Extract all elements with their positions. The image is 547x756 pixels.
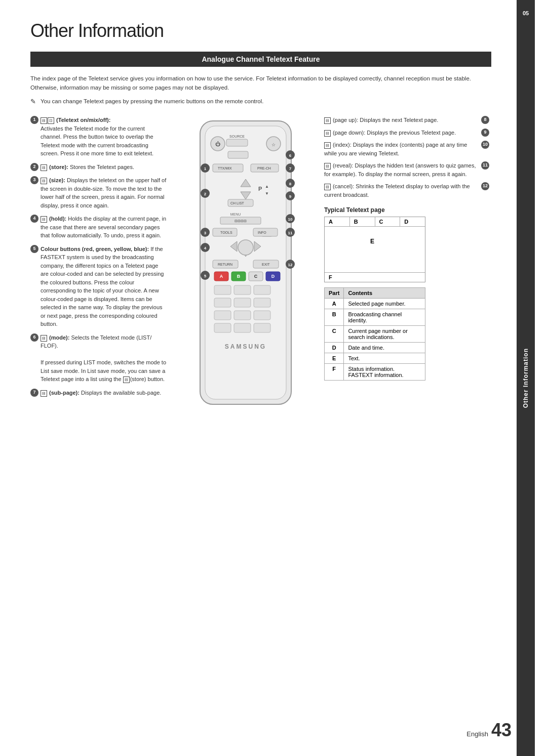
svg-text:9: 9 [289, 194, 292, 199]
svg-text:▲: ▲ [265, 184, 269, 189]
svg-text:6: 6 [289, 153, 292, 158]
teletext-section: Typical Teletext page A B C D E [324, 206, 491, 381]
item-3-text: ⊟ (size): Displays the teletext on the u… [41, 176, 167, 209]
svg-text:B: B [237, 274, 241, 279]
store-icon: ⊟ [41, 164, 47, 171]
svg-text:SOURCE: SOURCE [229, 135, 245, 138]
table-row: A Selected page number. [325, 299, 425, 309]
parts-table: Part Contents A Selected page number. B [324, 287, 425, 381]
item-number-1: 1 [30, 116, 38, 124]
table-row: D Date and time. [325, 343, 425, 353]
svg-text:PRE-CH: PRE-CH [257, 166, 271, 170]
svg-text:4: 4 [204, 246, 207, 250]
right-item-9: ⊟ (page down): Displays the previous Tel… [324, 129, 491, 137]
item-number-3: 3 [30, 176, 38, 184]
svg-text:2: 2 [204, 192, 207, 196]
part-f: F [325, 364, 344, 381]
svg-text:SAMSUNG: SAMSUNG [225, 343, 266, 350]
pageup-icon: ⊟ [324, 117, 331, 124]
item-12-text: ⊟ (cancel): Shrinks the Teletext display… [324, 182, 481, 199]
table-row: C Current page number or search indicati… [325, 326, 425, 343]
svg-text:RETURN: RETURN [218, 263, 232, 266]
section-header: Analogue Channel Teletext Feature [30, 52, 491, 67]
cancel-icon: ⊟ [324, 184, 331, 190]
side-tab: 05 Other Information [517, 0, 535, 756]
svg-rect-74 [214, 311, 231, 320]
item-number-6: 6 [30, 333, 38, 342]
svg-text:TOOLS: TOOLS [220, 231, 232, 234]
svg-text:A: A [220, 274, 223, 279]
contents-f: Status information. FASTEXT information. [344, 364, 425, 381]
svg-text:P: P [258, 186, 262, 192]
contents-b: Broadcasting channel identity. [344, 309, 425, 326]
svg-rect-79 [254, 323, 270, 332]
right-item-10: ⊟ (index): Displays the index (contents)… [324, 141, 491, 157]
left-column: 1 ⊟⊡ (Teletext on/mix/off): Activates th… [30, 116, 167, 411]
right-list: ⊟ (page up): Displays the next Teletext … [324, 116, 491, 199]
note-text: You can change Teletext pages by pressin… [30, 97, 491, 106]
item-5-text: Colour buttons (red, green, yellow, blue… [41, 245, 167, 328]
part-c: C [325, 326, 344, 343]
reveal-icon: ⊟ [324, 163, 331, 170]
part-b: B [325, 309, 344, 326]
item-1-text: ⊟⊡ (Teletext on/mix/off): Activates the … [41, 116, 167, 158]
tt-col-a: A [325, 217, 350, 226]
item-11-text: ⊟ (reveal): Displays the hidden text (an… [324, 161, 481, 178]
main-content: Other Information Analogue Channel Telet… [0, 0, 517, 756]
list-item: 4 ⊟ (hold): Holds the display at the cur… [30, 215, 167, 240]
remote-svg: ⏻ SOURCE ☆ 6 TTX/MIX [190, 116, 301, 409]
svg-text:INFO: INFO [258, 231, 266, 234]
svg-text:⊟⊟⊟⊟: ⊟⊟⊟⊟ [235, 219, 247, 223]
item-number-11: 11 [481, 161, 489, 170]
svg-text:5: 5 [204, 274, 207, 278]
svg-point-49 [238, 240, 253, 255]
mode-icon: ⊟ [41, 335, 47, 342]
svg-text:▼: ▼ [265, 191, 269, 196]
part-e: E [325, 353, 344, 364]
tt-label-f: F [325, 272, 425, 282]
item-number-4: 4 [30, 215, 38, 223]
list-item: 7 ⊟ (sub-page): Displays the available s… [30, 389, 167, 397]
item-10-text: ⊟ (index): Displays the index (contents)… [324, 141, 481, 157]
svg-rect-68 [214, 285, 231, 295]
svg-rect-5 [226, 139, 248, 146]
svg-rect-8 [228, 151, 248, 158]
svg-rect-78 [234, 323, 251, 332]
item-9-text: ⊟ (page down): Displays the previous Tel… [324, 129, 481, 137]
item-number-7: 7 [30, 389, 38, 397]
table-row: B Broadcasting channel identity. [325, 309, 425, 326]
svg-text:1: 1 [204, 166, 207, 171]
list-item: 2 ⊟ (store): Stores the Teletext pages. [30, 163, 167, 172]
svg-text:12: 12 [288, 263, 293, 267]
item-4-text: ⊟ (hold): Holds the display at the curre… [41, 215, 167, 240]
item-number-12: 12 [481, 182, 489, 190]
side-tab-label: Other Information [522, 348, 529, 408]
item-7-text: ⊟ (sub-page): Displays the available sub… [41, 389, 167, 397]
contents-c: Current page number or search indication… [344, 326, 425, 343]
svg-rect-70 [254, 285, 270, 295]
index-icon: ⊟ [324, 142, 331, 149]
svg-text:8: 8 [289, 182, 292, 186]
teletext-icon: ⊟ [41, 117, 47, 124]
list-item: 6 ⊟ (mode): Selects the Teletext mode (L… [30, 333, 167, 384]
footer-language: English [466, 730, 488, 738]
content-columns: 1 ⊟⊡ (Teletext on/mix/off): Activates th… [30, 116, 491, 411]
item-8-text: ⊟ (page up): Displays the next Teletext … [324, 116, 481, 124]
item-number-8: 8 [481, 116, 489, 124]
svg-text:C: C [254, 274, 258, 279]
size-icon: ⊟ [41, 178, 47, 184]
contents-e: Text. [344, 353, 425, 364]
svg-rect-72 [234, 298, 251, 307]
tt-col-b: B [350, 217, 375, 226]
footer-page-number: 43 [491, 720, 512, 741]
remote-column: ⏻ SOURCE ☆ 6 TTX/MIX [182, 116, 309, 411]
svg-text:CH LIST: CH LIST [230, 201, 245, 205]
svg-text:TTX/MIX: TTX/MIX [218, 166, 232, 170]
item-6-text: ⊟ (mode): Selects the Teletext mode (LIS… [41, 333, 167, 384]
svg-text:11: 11 [288, 231, 293, 235]
list-item: 5 Colour buttons (red, green, yellow, bl… [30, 245, 167, 328]
table-row: E Text. [325, 353, 425, 364]
svg-text:7: 7 [289, 166, 292, 171]
svg-text:EXIT: EXIT [262, 263, 270, 266]
svg-text:MENU: MENU [230, 213, 241, 216]
